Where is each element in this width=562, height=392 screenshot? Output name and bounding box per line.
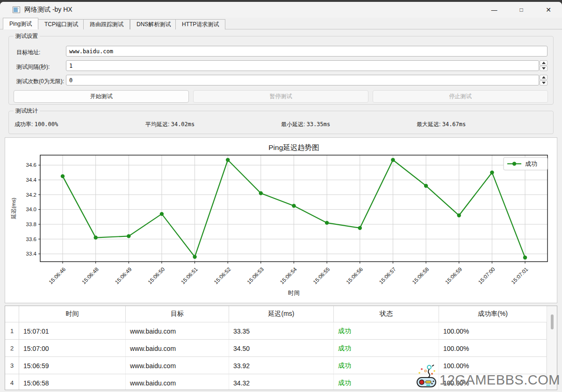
target-address-input[interactable] [66,46,548,57]
chart-point[interactable] [391,158,395,162]
scrollbar-thumb[interactable] [551,314,554,329]
count-spin-up-icon[interactable] [540,75,548,80]
chart-point[interactable] [523,256,527,259]
y-tick-label: 34.2 [26,192,36,198]
x-tick-label: 15:06:56 [345,266,364,285]
settings-groupbox: 测试设置 目标地址: 测试间隔(秒): 测试次数(0为无限): 开始测试 暂停测… [8,36,554,105]
chart-point[interactable] [94,235,97,239]
table-row[interactable]: 415:06:58www.baidu.com34.32成功100.00% [5,374,547,390]
app-icon-dot [17,8,19,9]
stat-max-latency-label: 最大延迟: [417,121,440,128]
table-cell-rate: 100.00% [439,340,547,357]
x-axis-label: 时间 [288,290,300,296]
x-tick-label: 15:06:49 [114,266,133,285]
titlebar: 网络测试 -by HX — □ ✕ [0,2,562,18]
table-cell-latency: 33.35 [229,322,334,340]
stat-avg-latency-label: 平均延迟: [145,121,169,128]
x-tick-label: 15:06:51 [180,266,199,285]
chart-title: Ping延迟趋势图 [268,143,319,151]
stat-success-rate: 成功率: 100.00% [14,121,58,128]
interval-spin-down-icon[interactable] [540,66,548,71]
table-header-rate: 成功率(%) [439,306,547,322]
interval-input[interactable] [66,60,539,71]
pause-test-button[interactable]: 暂停测试 [193,90,368,103]
table-cell-rownum: 4 [5,374,19,390]
interval-label: 测试间隔(秒): [16,63,50,71]
chart-point[interactable] [358,226,362,230]
table-header-time: 时间 [19,306,126,322]
x-tick-label: 15:06:52 [213,266,231,285]
tab-tcp-port[interactable]: TCP端口测试 [38,19,85,29]
interval-spin-up-icon[interactable] [540,60,548,65]
table-vertical-scrollbar[interactable] [547,306,557,390]
stat-min-latency-label: 最小延迟: [281,121,305,128]
ping-latency-chart: 33.433.633.834.034.234.434.615:06:4615:0… [5,137,557,303]
chart-point[interactable] [61,174,65,178]
x-tick-label: 15:06:48 [81,266,100,285]
y-tick-label: 33.8 [26,221,36,227]
stat-max-latency: 最大延迟: 34.67ms [417,121,466,128]
stop-test-button[interactable]: 停止测试 [373,90,548,103]
table-cell-status: 成功 [334,340,439,357]
table-cell-rownum: 3 [5,357,19,374]
table-cell-rate: 100.00% [439,357,547,374]
count-input[interactable] [66,75,539,86]
start-test-button[interactable]: 开始测试 [14,90,189,103]
chart-point[interactable] [259,191,263,195]
x-tick-label: 15:06:55 [312,266,331,285]
target-address-label: 目标地址: [16,49,40,57]
close-button[interactable]: ✕ [538,2,559,18]
maximize-button[interactable]: □ [511,2,532,18]
table-cell-status: 成功 [334,357,439,374]
legend-marker-icon [512,162,516,165]
table-cell-rownum: 2 [5,340,19,357]
count-label: 测试次数(0为无限): [16,78,64,86]
x-tick-label: 15:07:00 [477,266,496,285]
chart-point[interactable] [292,204,295,207]
chart-point[interactable] [457,214,461,217]
count-spinner [540,75,548,86]
table-cell-rate: 100.00% [439,322,547,340]
y-tick-label: 34.0 [26,207,36,212]
tab-http[interactable]: HTTP请求测试 [175,19,225,29]
table-cell-latency: 34.32 [229,374,334,390]
results-table: 时间 目标 延迟(ms) 状态 成功率(%) 115:07:01www.baid… [5,306,557,390]
tab-traceroute[interactable]: 路由跟踪测试 [83,19,130,29]
x-tick-label: 15:06:50 [147,266,166,285]
table-cell-time: 15:07:01 [19,322,126,340]
chart-point[interactable] [160,212,164,216]
tab-ping[interactable]: Ping测试 [3,18,38,29]
stat-min-latency-value: 33.35ms [307,121,331,128]
table-header-row: 时间 目标 延迟(ms) 状态 成功率(%) [5,306,547,322]
tab-dns[interactable]: DNS解析测试 [130,19,177,29]
table-cell-latency: 33.92 [229,357,334,374]
stat-success-rate-label: 成功率: [14,121,33,128]
table-row[interactable]: 215:07:00www.baidu.com34.50成功100.00% [5,339,547,356]
chart-point[interactable] [226,158,230,162]
chart-point[interactable] [193,255,196,259]
minimize-button[interactable]: — [483,2,505,18]
table-cell-rownum: 1 [5,322,19,340]
x-tick-label: 15:06:57 [378,266,397,285]
table-cell-time: 15:06:58 [19,374,126,390]
stats-legend: 测试统计 [14,107,40,115]
table-cell-status: 成功 [334,322,439,340]
y-axis-label: 延迟(ms) [11,198,16,220]
table-cell-target: www.baidu.com [126,357,229,374]
stat-max-latency-value: 34.67ms [442,121,466,128]
chart-point[interactable] [325,221,329,225]
x-tick-label: 15:06:46 [48,266,66,285]
count-spin-down-icon[interactable] [540,80,548,86]
chart-point[interactable] [127,234,130,238]
table-header-rownum [5,306,19,322]
table-cell-status: 成功 [334,374,439,390]
chart-point[interactable] [490,171,494,174]
table-row[interactable]: 115:07:01www.baidu.com33.35成功100.00% [5,322,547,339]
table-header-target: 目标 [126,306,229,322]
table-cell-time: 15:06:59 [19,357,126,374]
tabbar: Ping测试 TCP端口测试 路由跟踪测试 DNS解析测试 HTTP请求测试 [2,18,560,29]
x-tick-label: 15:07:01 [510,266,529,285]
table-row[interactable]: 315:06:59www.baidu.com33.92成功100.00% [5,356,547,374]
table-cell-time: 15:07:00 [19,340,126,357]
chart-point[interactable] [424,184,428,188]
